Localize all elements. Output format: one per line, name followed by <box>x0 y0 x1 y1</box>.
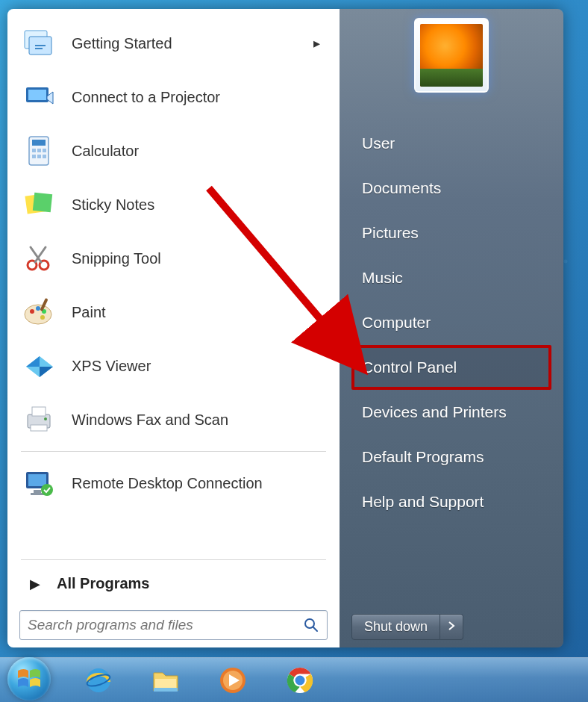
program-fax-scan[interactable]: Windows Fax and Scan <box>13 393 334 447</box>
svg-rect-5 <box>32 140 46 146</box>
svg-rect-8 <box>43 149 46 152</box>
program-label: Paint <box>72 304 106 321</box>
program-remote-desktop[interactable]: Remote Desktop Connection <box>13 456 334 510</box>
link-computer[interactable]: Computer <box>351 300 551 345</box>
link-control-panel[interactable]: Control Panel <box>351 345 551 390</box>
svg-rect-29 <box>31 493 44 495</box>
user-picture-frame[interactable] <box>414 18 489 93</box>
program-connect-projector[interactable]: Connect to a Projector <box>13 70 334 124</box>
windows-media-player-icon <box>216 664 249 697</box>
all-programs-separator <box>21 559 326 560</box>
chevron-right-icon <box>448 621 455 633</box>
paint-icon <box>21 294 57 330</box>
shutdown-row: Shut down <box>351 614 551 640</box>
calculator-icon <box>21 133 57 169</box>
program-label: Remote Desktop Connection <box>72 475 263 492</box>
svg-point-31 <box>305 619 314 628</box>
shutdown-options-button[interactable] <box>440 614 463 640</box>
projector-icon <box>21 79 57 115</box>
svg-rect-11 <box>43 155 46 158</box>
svg-rect-27 <box>28 474 46 486</box>
svg-rect-36 <box>154 688 178 692</box>
search-box[interactable] <box>19 610 328 640</box>
taskbar-chrome[interactable] <box>281 664 319 697</box>
program-getting-started[interactable]: Getting Started ▸ <box>13 16 334 70</box>
svg-rect-9 <box>32 155 36 158</box>
pinned-programs-list: Getting Started ▸ Connect to a Projector… <box>13 16 334 555</box>
svg-rect-35 <box>155 679 176 689</box>
shutdown-button[interactable]: Shut down <box>351 614 440 640</box>
svg-rect-6 <box>32 149 36 152</box>
google-chrome-icon <box>284 664 316 697</box>
start-menu: Getting Started ▸ Connect to a Projector… <box>7 9 563 647</box>
remote-desktop-icon <box>21 465 57 501</box>
svg-point-20 <box>40 315 45 320</box>
program-label: XPS Viewer <box>72 358 151 375</box>
program-label: Snipping Tool <box>72 250 161 267</box>
link-pictures[interactable]: Pictures <box>351 211 551 255</box>
submenu-arrow-icon: ▸ <box>313 35 320 52</box>
xps-viewer-icon <box>21 348 57 384</box>
search-row <box>13 603 334 640</box>
taskbar-internet-explorer[interactable] <box>79 664 118 697</box>
start-menu-left-panel: Getting Started ▸ Connect to a Projector… <box>7 9 340 647</box>
link-documents[interactable]: Documents <box>351 166 551 211</box>
search-icon <box>303 617 319 633</box>
user-picture-icon <box>420 24 483 87</box>
program-snipping-tool[interactable]: Snipping Tool <box>13 232 334 285</box>
svg-point-17 <box>30 309 34 314</box>
link-help-support[interactable]: Help and Support <box>351 479 551 524</box>
program-label: Calculator <box>72 143 139 160</box>
file-explorer-icon <box>149 664 182 697</box>
internet-explorer-icon <box>82 664 115 697</box>
svg-point-25 <box>44 417 47 420</box>
program-label: Connect to a Projector <box>72 89 220 106</box>
link-user[interactable]: User <box>351 121 551 166</box>
program-label: Windows Fax and Scan <box>72 411 228 429</box>
svg-rect-13 <box>33 193 52 212</box>
svg-point-30 <box>41 484 53 496</box>
program-xps-viewer[interactable]: XPS Viewer <box>13 339 334 393</box>
search-input[interactable] <box>28 617 303 633</box>
svg-rect-24 <box>31 425 47 431</box>
start-button[interactable] <box>7 657 51 701</box>
svg-point-18 <box>36 306 40 311</box>
svg-rect-28 <box>34 490 41 493</box>
link-devices-printers[interactable]: Devices and Printers <box>351 390 551 435</box>
start-menu-right-panel: User Documents Pictures Music Computer C… <box>340 9 563 647</box>
program-list-separator <box>21 451 326 452</box>
all-programs-label: All Programs <box>57 575 149 592</box>
svg-rect-23 <box>32 407 46 416</box>
svg-rect-7 <box>37 149 41 152</box>
svg-rect-3 <box>28 90 46 100</box>
all-programs-arrow-icon: ▶ <box>30 576 40 592</box>
windows-logo-icon <box>15 665 43 693</box>
taskbar-media-player[interactable] <box>213 664 252 697</box>
program-paint[interactable]: Paint <box>13 285 334 339</box>
fax-scan-icon <box>21 402 57 438</box>
program-calculator[interactable]: Calculator <box>13 124 334 178</box>
getting-started-icon <box>21 25 57 61</box>
link-default-programs[interactable]: Default Programs <box>351 435 551 479</box>
taskbar-file-explorer[interactable] <box>146 664 185 697</box>
link-music[interactable]: Music <box>351 255 551 300</box>
right-panel-links: User Documents Pictures Music Computer C… <box>351 121 551 524</box>
program-sticky-notes[interactable]: Sticky Notes <box>13 178 334 232</box>
svg-rect-10 <box>37 155 41 158</box>
program-label: Sticky Notes <box>72 196 154 214</box>
sticky-notes-icon <box>21 187 57 223</box>
program-label: Getting Started <box>72 35 172 52</box>
taskbar <box>0 657 588 702</box>
snipping-tool-icon <box>21 240 57 276</box>
all-programs-button[interactable]: ▶ All Programs <box>13 565 334 603</box>
